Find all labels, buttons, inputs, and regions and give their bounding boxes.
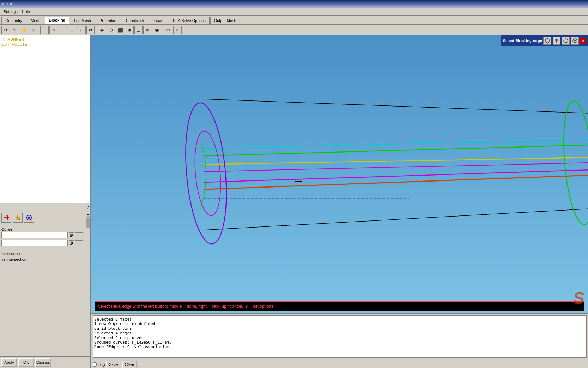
svg-marker-29: [545, 38, 549, 43]
toolbar-redo-btn[interactable]: ↻: [11, 26, 19, 34]
tree-item-out-volute[interactable]: OUT_VOLUTE: [1, 42, 89, 47]
tab-properties[interactable]: Properties: [96, 17, 121, 24]
question-icon[interactable]: ?: [86, 205, 89, 210]
edge-panel-btn-hexagon[interactable]: [543, 37, 551, 45]
toolbar-solid-btn[interactable]: ⬛: [116, 26, 124, 34]
tab-geometry[interactable]: Geometry: [1, 17, 26, 24]
log-line-2: 1 new O-grid index defined: [94, 322, 585, 326]
curve-field-row-1: ...: [1, 232, 83, 238]
log-line-5: Selected 2 compcurves: [94, 335, 585, 340]
toolbar-cut-btn[interactable]: ✂: [164, 26, 172, 34]
toolbar-move-btn[interactable]: ↔: [77, 26, 86, 34]
log-line-6: Grouped curves: F_142e50 F_114e46: [94, 340, 585, 345]
curve-pick-btn-2[interactable]: [69, 240, 74, 246]
action-buttons: Apply OK Dismiss: [0, 356, 91, 368]
left-panel: IN_RUNNER OUT_VOLUTE ?: [0, 35, 91, 368]
ok-button[interactable]: OK: [18, 358, 34, 367]
curve-input-1[interactable]: [1, 232, 68, 238]
svg-point-33: [564, 39, 568, 43]
main-area: IN_RUNNER OUT_VOLUTE ?: [0, 35, 588, 368]
tab-output-mesh[interactable]: Output Mesh: [210, 17, 240, 24]
tab-mesh[interactable]: Mesh: [27, 17, 44, 24]
curve-section: Curve ...: [0, 226, 85, 249]
menubar: Settings Help: [0, 8, 588, 16]
select-edge-title: Select Blocking-edge: [503, 39, 542, 43]
apply-button[interactable]: Apply: [1, 358, 17, 367]
toolbar-rotate-btn[interactable]: ↺: [86, 26, 95, 34]
title-text: g_out: [2, 2, 12, 6]
edge-panel-close-btn[interactable]: ✕: [580, 38, 586, 44]
scrollbar-thumb[interactable]: [86, 218, 90, 228]
bottom-panel-scrollbar[interactable]: ▲ ▼: [85, 211, 90, 368]
toolbar-pan-btn[interactable]: ✋: [20, 26, 28, 34]
tab-constraints[interactable]: Constraints: [122, 17, 149, 24]
toolbar: ↺ ↻ ✋ ⌕ □ ○ + ⊞ ↔ ↺ ◈ ⬡ ⬛ ▣ ◻ ⊕ ◉ ✂ ✕: [0, 25, 588, 35]
tab-blocking[interactable]: Blocking: [45, 17, 69, 24]
curve-dots-btn-1[interactable]: ...: [75, 232, 83, 238]
curve-field-row-2: ...: [1, 240, 83, 246]
toolbar-add-btn[interactable]: +: [59, 26, 67, 34]
toolbar-zoom-btn[interactable]: ⌕: [29, 26, 37, 34]
tab-loads[interactable]: Loads: [150, 17, 168, 24]
log-line-3: Ogrid block done: [94, 326, 585, 331]
tabbar: Geometry Mesh Blocking Edit Mesh Propert…: [0, 16, 588, 25]
intersection-label: Intersection: [0, 251, 85, 257]
toolbar-view-btn[interactable]: ◈: [98, 26, 106, 34]
svg-marker-31: [555, 39, 558, 40]
bottom-panel-header: ?: [0, 203, 90, 211]
log-buttons: Log Save Clear: [91, 359, 588, 368]
curve-dots-btn-2[interactable]: ...: [75, 240, 83, 246]
panel-icon-red-x[interactable]: [1, 213, 11, 223]
log-label: Log: [98, 362, 105, 367]
ve-intersection-label: ve intersection: [0, 257, 85, 262]
log-save-btn[interactable]: Save: [106, 361, 120, 368]
tab-edit-mesh[interactable]: Edit Mesh: [70, 17, 95, 24]
log-line-1: Selected 2 faces: [94, 317, 585, 322]
icon-row: [0, 211, 85, 224]
bottom-panel: ?: [0, 203, 90, 368]
svg-point-35: [574, 40, 576, 41]
status-text: Select Hexa edge with the left button; m…: [98, 304, 275, 309]
titlebar: g_out: [0, 0, 588, 8]
viewport[interactable]: Select Blocking-edge: [91, 35, 588, 368]
svg-line-7: [30, 219, 32, 220]
tree-area: IN_RUNNER OUT_VOLUTE: [0, 35, 90, 203]
panel-icon-star[interactable]: [13, 213, 23, 223]
logo: S: [573, 288, 584, 308]
toolbar-circle-btn[interactable]: ○: [49, 26, 58, 34]
tree-item-in-runner[interactable]: IN_RUNNER: [1, 37, 89, 42]
toolbar-undo-btn[interactable]: ↺: [1, 26, 10, 34]
toolbar-edge-btn[interactable]: ◻: [134, 26, 143, 34]
log-checkbox[interactable]: [93, 362, 97, 367]
status-bar: Select Hexa edge with the left button; m…: [95, 301, 584, 311]
curve-input-2[interactable]: [1, 240, 68, 246]
menu-help[interactable]: Help: [20, 9, 32, 15]
svg-point-6: [28, 217, 30, 219]
log-clear-btn[interactable]: Clear: [122, 361, 137, 368]
toolbar-box-btn[interactable]: □: [40, 26, 49, 34]
log-line-7: Done "Edge -> Curve" association: [94, 345, 585, 349]
toolbar-node-btn[interactable]: ◉: [153, 26, 161, 34]
log-area: Selected 2 faces 1 new O-grid index defi…: [91, 313, 588, 368]
tab-fea-solve[interactable]: FEA Solve Options: [169, 17, 209, 24]
log-content: Selected 2 faces 1 new O-grid index defi…: [93, 315, 587, 358]
menu-settings[interactable]: Settings: [1, 9, 20, 15]
edge-panel-btn-circle[interactable]: [562, 37, 570, 45]
curve-pick-btn-1[interactable]: [69, 232, 74, 238]
edge-panel-btn-double-circle[interactable]: [571, 37, 579, 45]
log-line-4: Selected 4 edges: [94, 331, 585, 335]
toolbar-select-btn[interactable]: ⊞: [68, 26, 76, 34]
toolbar-vertex-btn[interactable]: ⊕: [143, 26, 152, 34]
toolbar-delete-btn[interactable]: ✕: [173, 26, 182, 34]
toolbar-shaded-btn[interactable]: ▣: [125, 26, 134, 34]
edge-panel-btn-arrow[interactable]: [553, 37, 560, 45]
curve-label: Curve: [1, 227, 83, 231]
toolbar-wire-btn[interactable]: ⬡: [107, 26, 115, 34]
select-edge-panel: Select Blocking-edge: [501, 35, 588, 46]
dismiss-button[interactable]: Dismiss: [35, 358, 51, 367]
panel-icon-blue-circle[interactable]: [24, 213, 34, 223]
